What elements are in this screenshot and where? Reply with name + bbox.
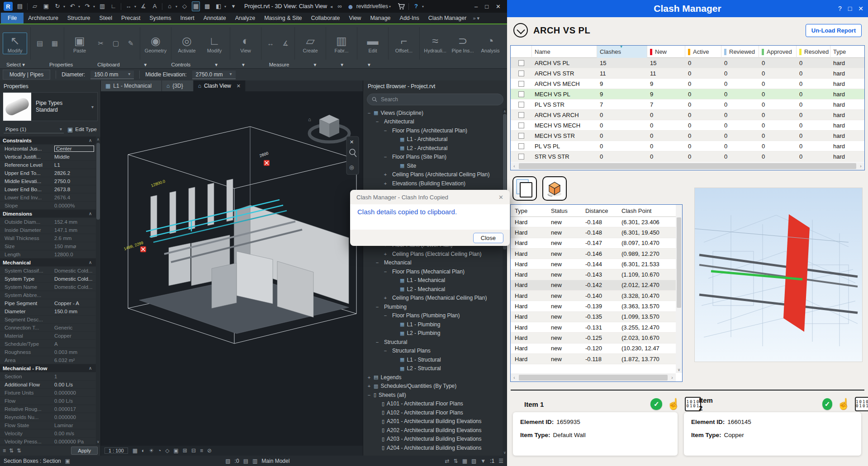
properties-scrollbar[interactable]: ∧ ∨	[96, 137, 100, 445]
row-checkbox[interactable]	[518, 122, 524, 128]
tab-overflow-icon[interactable]: » ▾	[471, 13, 481, 24]
tree-expander-icon[interactable]: −	[383, 128, 388, 133]
section-collapse-icon[interactable]: ∧	[89, 138, 96, 143]
ribbon-button[interactable]: ▱ Create	[298, 33, 323, 53]
clash-test-row[interactable]: STR VS STR 0 0 0 0 0 0 hard	[511, 151, 864, 162]
view-control-icon[interactable]: ◔	[158, 447, 161, 454]
scroll-down-icon[interactable]: ∨	[503, 451, 507, 455]
view-control-icon[interactable]: ⊟	[191, 447, 196, 454]
ribbon-tab[interactable]: Collaborate	[307, 13, 345, 24]
tree-expander-icon[interactable]: +	[383, 172, 388, 177]
clash-row[interactable]: Hard new -0.148 (6.301, 23.406	[511, 217, 682, 227]
property-row[interactable]: Mechanical ∧	[0, 259, 96, 267]
ribbon-tab[interactable]: Massing & Site	[260, 13, 306, 24]
tree-expander-icon[interactable]: −	[375, 260, 379, 265]
ribbon-button[interactable]: ✎	[125, 39, 137, 47]
ribbon-button[interactable]	[294, 27, 295, 60]
properties-toggle-icon[interactable]: ▤	[16, 2, 24, 11]
revit-logo-icon[interactable]: R	[4, 2, 13, 11]
section-icon[interactable]: ◇	[180, 2, 189, 11]
ribbon-button[interactable]	[140, 27, 140, 60]
tree-item[interactable]: + Ceiling Plans (Mechanical Ceiling Plan…	[363, 294, 503, 303]
collapse-report-icon[interactable]	[513, 23, 528, 38]
switch-windows-caret-icon[interactable]: ▾	[224, 5, 226, 9]
detail-horizontal-scrollbar[interactable]: ‹ ›	[511, 373, 676, 381]
thin-lines-icon[interactable]: ▦	[192, 1, 200, 11]
3d-model-canvas[interactable]: 2600 12800.0 1499, 2299 ⌂ ✕ ◎	[101, 91, 363, 446]
tree-item[interactable]: + ▥ Schedules/Quantities (By Type)	[363, 382, 503, 391]
property-value[interactable]: Copper	[54, 333, 96, 339]
ribbon-group-label[interactable]: ▾	[215, 61, 218, 68]
property-row[interactable]: Lower End Bo... 2673.8 ∧	[0, 185, 96, 193]
property-row[interactable]: Segment Desc... ∧	[0, 315, 96, 324]
clash-test-row[interactable]: MECH VS STR 0 0 0 0 0 0 hard	[511, 131, 864, 141]
help-button[interactable]: ?	[838, 5, 842, 12]
help-icon[interactable]: ?	[412, 2, 420, 11]
ribbon-tab[interactable]: Architecture	[24, 13, 63, 24]
view-control-icon[interactable]: ☀	[149, 447, 154, 454]
home-caret-icon[interactable]: ▾	[175, 5, 177, 9]
property-row[interactable]: Slope 0.0000% ∧	[0, 202, 96, 210]
ribbon-group-label[interactable]: ▾	[368, 61, 370, 68]
property-value[interactable]: L1	[54, 162, 96, 168]
scroll-up-icon[interactable]: ∧	[96, 137, 100, 141]
property-row[interactable]: Diameter 150.0 mm ∧	[0, 307, 96, 315]
property-value[interactable]: 2.6 mm	[54, 235, 96, 241]
exclude-options-icon[interactable]: ⇄	[445, 458, 450, 464]
ribbon-button[interactable]	[171, 27, 171, 60]
tree-expander-icon[interactable]: −	[383, 348, 388, 353]
tree-item[interactable]: ▦ L1 - Structural	[363, 355, 503, 364]
property-row[interactable]: Lower End Inv... 2676.4 ∧	[0, 193, 96, 202]
tree-item[interactable]: − Floor Plans (Site Plan)	[363, 153, 503, 162]
scroll-left-icon[interactable]: ‹	[511, 164, 518, 169]
property-row[interactable]: Dimensions ∧	[0, 210, 96, 218]
ribbon-button[interactable]: ▦	[49, 39, 61, 47]
ribbon-group-label[interactable]: Measure	[269, 62, 289, 67]
tree-expander-icon[interactable]: −	[383, 154, 388, 160]
user-avatar-icon[interactable]: ☻	[347, 3, 354, 10]
ribbon-group-label[interactable]: ▾	[144, 61, 147, 68]
sort-ascending-icon[interactable]: ⇅	[9, 447, 14, 454]
property-value[interactable]: 1	[54, 374, 96, 379]
browser-scrollbar[interactable]: ∧ ∨	[503, 108, 507, 456]
ribbon-button[interactable]: ∟ Modify	[202, 33, 227, 53]
property-value[interactable]: 2826.2	[54, 170, 96, 176]
property-value[interactable]: Laminar	[54, 423, 96, 428]
clash-test-row[interactable]: ARCH VS MECH 9 9 0 0 0 0 hard	[511, 79, 864, 89]
tree-item[interactable]: − Floor Plans (Plumbing Plan)	[363, 311, 503, 320]
scrollbar-thumb[interactable]	[519, 375, 668, 381]
property-row[interactable]: Schedule/Type A ∧	[0, 340, 96, 348]
ribbon-group-label[interactable]: Clipboard	[97, 62, 119, 67]
column-header[interactable]: Name	[531, 46, 597, 58]
ribbon-button[interactable]: ◔ Analysis	[478, 33, 503, 53]
redo-icon[interactable]: ↷	[83, 2, 91, 11]
ribbon-button[interactable]: ∡	[280, 39, 291, 47]
property-value[interactable]: Domestic Cold...	[54, 268, 96, 273]
chevron-down-icon[interactable]: ▾	[91, 104, 97, 109]
ribbon-button[interactable]	[30, 27, 31, 60]
sort-group-icon[interactable]: ⇅	[17, 447, 21, 454]
tree-item[interactable]: ▯ A203 - Architectural Building Elevatio…	[363, 435, 503, 444]
property-value[interactable]: Generic	[54, 325, 96, 330]
dimension-icon[interactable]: ↔	[124, 2, 133, 11]
property-value[interactable]: Middle	[54, 154, 96, 160]
ribbon-tab[interactable]: Steel	[95, 13, 117, 24]
ribbon-button[interactable]: ▣ Paste	[67, 33, 92, 53]
property-row[interactable]: Size 150 mmø ∧	[0, 242, 96, 250]
clash-row[interactable]: Hard new -0.140 (3.328, 10.470	[511, 291, 682, 301]
property-value[interactable]: 150 mmø	[54, 244, 96, 249]
help-caret-icon[interactable]: ▾	[422, 5, 424, 9]
viewport[interactable]: ▦ L1 - Mechanical ⌂ {3D} ⌂ Clash View ✕	[101, 80, 363, 456]
press-drag-icon[interactable]: ▣	[65, 458, 70, 464]
sync-caret-icon[interactable]: ▾	[63, 5, 65, 9]
tree-item[interactable]: ▯ A101 - Architectural Floor Plans	[363, 400, 503, 409]
tree-item[interactable]: ▦ L2 - Plumbing	[363, 329, 503, 338]
property-row[interactable]: Horizontal Jus... Center ∧	[0, 145, 96, 153]
scroll-down-icon[interactable]: ∨	[676, 367, 682, 372]
property-row[interactable]: Pipe Segment Copper - A ∧	[0, 299, 96, 307]
background-processes-icon[interactable]: ☰	[498, 458, 503, 464]
tree-expander-icon[interactable]: −	[367, 110, 371, 116]
ribbon-button[interactable]	[64, 27, 64, 60]
row-checkbox[interactable]	[518, 133, 524, 139]
property-value[interactable]: 6.032 m²	[54, 358, 96, 363]
